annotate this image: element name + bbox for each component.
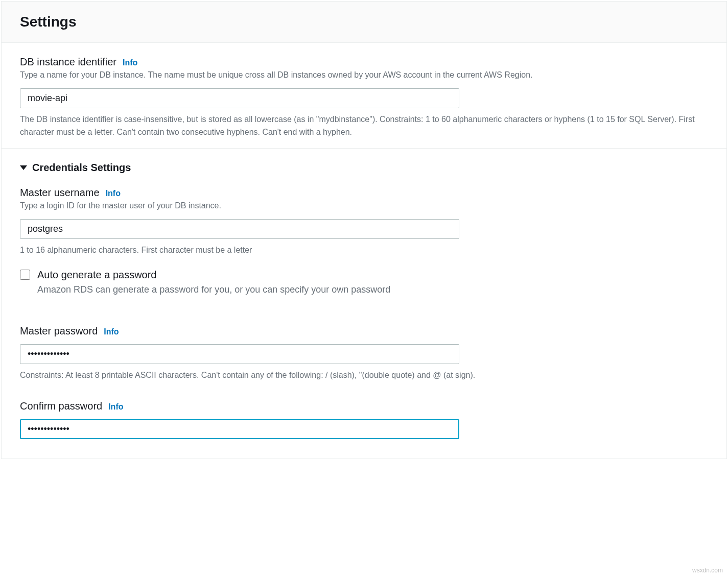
db-identifier-label: DB instance identifier xyxy=(20,56,116,68)
master-username-label: Master username xyxy=(20,187,100,199)
confirm-password-block: Confirm password Info xyxy=(20,400,708,439)
auto-generate-label: Auto generate a password xyxy=(37,268,390,282)
master-password-input[interactable] xyxy=(20,344,459,364)
master-username-block: Master username Info Type a login ID for… xyxy=(20,187,708,257)
master-password-label: Master password xyxy=(20,325,98,337)
credentials-toggle[interactable]: Credentials Settings xyxy=(20,162,708,174)
confirm-password-input[interactable] xyxy=(20,419,459,439)
auto-generate-row: Auto generate a password Amazon RDS can … xyxy=(20,268,708,297)
db-identifier-constraints: The DB instance identifier is case-insen… xyxy=(20,113,708,139)
credentials-title: Credentials Settings xyxy=(32,162,131,174)
master-password-constraints: Constraints: At least 8 printable ASCII … xyxy=(20,369,708,382)
db-identifier-help: Type a name for your DB instance. The na… xyxy=(20,69,708,81)
confirm-password-label: Confirm password xyxy=(20,400,102,412)
db-identifier-info-link[interactable]: Info xyxy=(123,58,137,67)
panel-header: Settings xyxy=(2,2,726,43)
master-username-help: Type a login ID for the master user of y… xyxy=(20,200,708,212)
auto-generate-checkbox[interactable] xyxy=(20,270,30,280)
auto-generate-sub: Amazon RDS can generate a password for y… xyxy=(37,283,390,297)
master-username-constraints: 1 to 16 alphanumeric characters. First c… xyxy=(20,244,708,257)
caret-down-icon xyxy=(20,165,27,170)
master-password-block: Master password Info Constraints: At lea… xyxy=(20,325,708,382)
master-username-input[interactable] xyxy=(20,219,459,239)
page-title: Settings xyxy=(20,14,708,30)
master-password-info-link[interactable]: Info xyxy=(104,327,119,336)
credentials-section: Credentials Settings Master username Inf… xyxy=(2,149,726,459)
confirm-password-info-link[interactable]: Info xyxy=(108,402,123,412)
db-identifier-input[interactable] xyxy=(20,88,459,108)
db-identifier-section: DB instance identifier Info Type a name … xyxy=(2,43,726,149)
master-username-info-link[interactable]: Info xyxy=(106,189,121,198)
settings-panel: Settings DB instance identifier Info Typ… xyxy=(1,1,727,459)
